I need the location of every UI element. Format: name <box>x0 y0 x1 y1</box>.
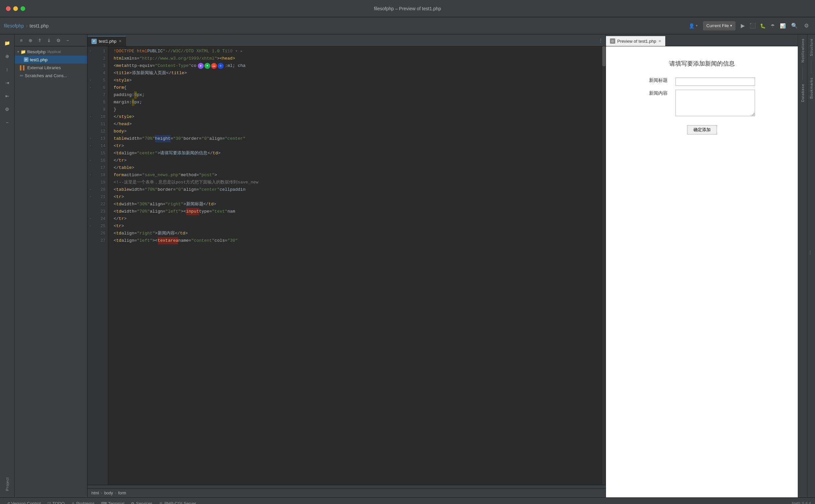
tree-root[interactable]: ▾ 📁 filesofphp /Applicat <box>15 48 87 56</box>
tab-close-button[interactable]: ✕ <box>119 39 122 43</box>
breadcrumb-html: html <box>91 491 99 495</box>
profile-button[interactable]: 📊 <box>778 21 787 30</box>
code-token: height <box>155 135 171 142</box>
terminal-label: Terminal <box>108 501 124 504</box>
content-textarea[interactable] <box>676 90 755 116</box>
scroll-editor-button[interactable]: ⇑ <box>36 36 44 44</box>
search-button[interactable]: 🔍 <box>790 21 799 30</box>
gear-button[interactable]: ⚙ <box>54 36 62 44</box>
php-cgi-tab[interactable]: ⛭ PHP-CGI Server <box>158 498 197 504</box>
terminal-icon: ⌨ <box>101 501 107 504</box>
fold-25[interactable]: ◦ <box>87 223 93 230</box>
stop-button[interactable]: ⬛ <box>748 21 757 30</box>
fold-2 <box>87 55 93 62</box>
fold-6[interactable]: ◦ <box>87 84 93 91</box>
code-content[interactable]: !DOCTYPE html PUBLIC "-//W3C//DTD XHTML … <box>108 46 602 485</box>
line-num-7: 7 <box>93 91 105 99</box>
code-token: "text" <box>212 208 228 215</box>
fold-24[interactable]: ◦ <box>87 215 93 223</box>
code-token: < <box>114 193 116 201</box>
line-num-21: 21 <box>93 193 105 201</box>
coverage-button[interactable]: ☂ <box>768 21 777 30</box>
code-token: > <box>121 142 124 150</box>
run-icon: ▶ <box>741 23 745 29</box>
collapse-all-button[interactable]: ≡ <box>17 36 25 44</box>
editor-tab-test1[interactable]: P test1.php ✕ <box>87 36 126 46</box>
todo-tab[interactable]: ☑ TODO <box>46 498 66 504</box>
code-token: </ <box>114 113 119 121</box>
code-token: align <box>121 150 134 157</box>
fold-16[interactable]: ◦ <box>87 157 93 164</box>
preview-tab[interactable]: ◎ Preview of test1.php ✕ <box>606 36 665 46</box>
code-token: = <box>134 201 137 208</box>
label-title: 新闻标题 <box>645 76 672 88</box>
code-token: < <box>114 201 116 208</box>
fold-5[interactable]: ◦ <box>87 77 93 84</box>
form-row-content: 新闻内容 <box>645 88 759 119</box>
notifications-label[interactable]: Notifications <box>801 36 805 65</box>
code-token: >新闻标题</ <box>183 201 208 208</box>
fold-18[interactable]: ◦ <box>87 172 93 179</box>
fold-10[interactable]: ◦ <box>87 113 93 121</box>
user-button[interactable]: 👤 ▾ <box>686 21 700 31</box>
tree-libraries[interactable]: ▌▌ External Libraries <box>15 64 87 72</box>
maximize-button[interactable] <box>21 6 25 11</box>
location-button[interactable]: ⊕ <box>26 36 34 44</box>
services-tab[interactable]: ⚙ Services <box>129 498 154 504</box>
code-editor[interactable]: ◦ ◦ ◦ ◦ ◦ ◦ ◦ ◦ ◦ ◦ <box>87 46 606 485</box>
editor-scrollbar-v[interactable] <box>602 46 606 485</box>
tree-scratches[interactable]: ✏ Scratches and Cons... <box>15 72 87 79</box>
fold-14[interactable]: ◦ <box>87 142 93 150</box>
problems-tab[interactable]: ⚠ Problems <box>70 498 96 504</box>
commit-button[interactable]: ⊕ <box>1 50 13 62</box>
bookmarks-label[interactable]: Bookmarks <box>809 75 813 101</box>
code-token: < <box>114 237 116 244</box>
code-token: td <box>208 201 214 208</box>
scroll-from-button[interactable]: ⇓ <box>45 36 53 44</box>
database-label[interactable]: Database <box>801 81 805 105</box>
code-token: cellpaddin <box>220 186 245 193</box>
editor-scrollbar-h[interactable] <box>87 485 606 488</box>
right-notifications-sidebar: Notifications Database <box>798 34 807 497</box>
editor-area: P test1.php ✕ ⋮ ◦ ◦ ◦ ◦ ◦ <box>87 34 606 497</box>
structure-label[interactable]: Structure <box>809 36 813 59</box>
preview-tab-icon: ◎ <box>610 38 615 44</box>
panel-close-button[interactable]: − <box>64 36 72 44</box>
preview-tab-close-button[interactable]: ✕ <box>658 39 661 43</box>
terminal-tab[interactable]: ⌨ Terminal <box>100 498 126 504</box>
project-name[interactable]: filesofphp <box>4 23 24 28</box>
editor-tabs: P test1.php ✕ ⋮ <box>87 34 606 46</box>
settings2-button[interactable]: ⚙ <box>1 103 13 115</box>
code-token: "30" <box>227 237 237 244</box>
version-control-tab[interactable]: ⎇ Version Control <box>4 498 42 504</box>
indent-button[interactable]: ⇥ <box>1 77 13 89</box>
code-token: </ <box>114 157 119 164</box>
debug-button[interactable]: 🐛 <box>758 21 767 30</box>
settings-button[interactable]: ⚙ <box>802 21 811 30</box>
main-layout: 📁 ⊕ ↕ ⇥ ⇤ ⚙ − Project ≡ ⊕ ⇑ ⇓ ⚙ − <box>0 34 815 497</box>
fold-13[interactable]: ◦ <box>87 135 93 142</box>
form-row-title: 新闻标题 <box>645 76 759 88</box>
fold-15 <box>87 150 93 157</box>
minus-button[interactable]: − <box>1 117 13 128</box>
minimize-button[interactable] <box>13 6 18 11</box>
search-icon: 🔍 <box>791 23 798 29</box>
fold-20[interactable]: ◦ <box>87 186 93 193</box>
tab-more-button[interactable]: ⋮ <box>598 38 603 43</box>
current-file-dropdown[interactable]: Current File ▾ <box>703 21 736 30</box>
outdent-button[interactable]: ⇤ <box>1 90 13 102</box>
submit-button[interactable]: 确定添加 <box>687 125 717 134</box>
tree-file-item[interactable]: P test1.php <box>15 56 87 64</box>
fold-1[interactable]: ◦ <box>87 48 93 55</box>
title-input[interactable] <box>676 77 755 86</box>
run-button[interactable]: ▶ <box>738 21 747 30</box>
preview-more-button[interactable]: ⋮ <box>808 250 812 255</box>
tab-label: test1.php <box>99 39 117 44</box>
close-button[interactable] <box>6 6 11 11</box>
code-token: >< <box>181 208 186 215</box>
vcs-button[interactable]: ↕ <box>1 64 13 76</box>
window-controls[interactable] <box>6 6 25 11</box>
code-line-1: !DOCTYPE html PUBLIC "-//W3C//DTD XHTML … <box>108 48 602 55</box>
project-view-button[interactable]: 📁 <box>1 37 13 49</box>
fold-21[interactable]: ◦ <box>87 193 93 201</box>
